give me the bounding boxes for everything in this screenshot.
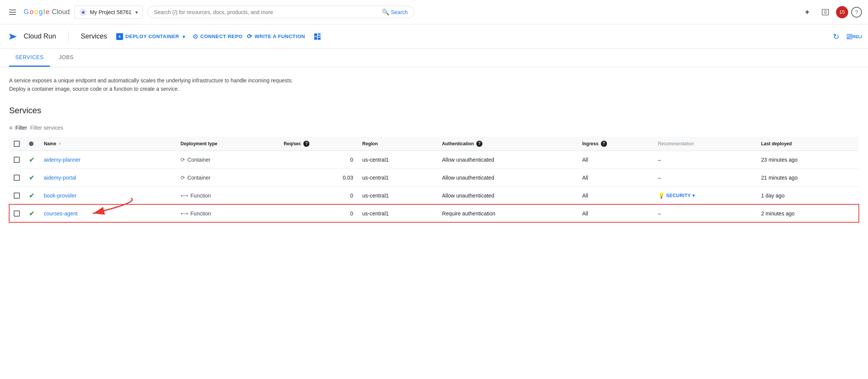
deployment-type: ⟳Container	[181, 175, 275, 181]
secondary-navigation: Cloud Run Services + DEPLOY CONTAINER ▾ …	[0, 24, 868, 49]
deployment-type-label: Container	[187, 175, 211, 181]
page-title: Services	[81, 32, 107, 40]
table-body: ✔aidemy-planner⟳Container0us-central1All…	[9, 151, 859, 222]
search-input[interactable]	[154, 9, 379, 15]
connect-repo-button[interactable]: ⊙ CONNECT REPO	[193, 33, 242, 40]
tab-services[interactable]: SERVICES	[9, 49, 50, 67]
ingress-value: All	[578, 204, 653, 222]
status-header-icon	[29, 141, 34, 146]
row-checkbox[interactable]	[14, 157, 20, 163]
last-deployed-value: 2 minutes ago	[756, 204, 859, 222]
req-sec-value: 0	[279, 204, 357, 222]
authentication-value: Allow unauthenticated	[437, 151, 578, 169]
github-icon: ⊙	[193, 33, 198, 40]
svg-rect-6	[318, 37, 321, 40]
project-name: My Project 58761	[90, 9, 131, 15]
write-function-button[interactable]: ⟳ WRITE A FUNCTION	[247, 33, 305, 40]
nav-icons: ✦ 15 ?	[799, 5, 862, 20]
svg-rect-3	[318, 33, 321, 34]
recommendation-dash: –	[658, 175, 661, 181]
services-table: Name ↑ Deployment type Req/sec ? Region	[9, 137, 859, 223]
search-icon: 🔍	[382, 8, 389, 16]
services-table-container: Name ↑ Deployment type Req/sec ? Region	[9, 137, 859, 223]
svg-rect-7	[847, 34, 849, 37]
page-tabs: SERVICES JOBS	[0, 49, 868, 67]
security-badge[interactable]: 💡SECURITY▾	[658, 193, 695, 199]
service-name-link[interactable]: aidemy-planner	[44, 157, 81, 163]
cloud-text: Cloud	[52, 8, 70, 16]
help-icon-button[interactable]: ?	[851, 7, 862, 18]
top-navigation: Google Cloud ◉ My Project 58761 ▾ 🔍 Sear…	[0, 0, 868, 24]
ingress-value: All	[578, 169, 653, 186]
avatar-label: 15	[839, 9, 845, 15]
svg-marker-1	[9, 34, 17, 40]
table-row: ✔courses-agent⟷Function0us-central1Requi…	[9, 204, 859, 222]
table-row: ✔aidemy-planner⟳Container0us-central1All…	[9, 151, 859, 169]
filter-icon: ≡	[9, 125, 12, 131]
status-icon: ✔	[29, 192, 35, 199]
search-button[interactable]: 🔍 Search	[382, 8, 408, 16]
deploy-container-button[interactable]: + DEPLOY CONTAINER	[116, 33, 179, 40]
terminal-icon-button[interactable]	[818, 5, 833, 20]
security-dropdown-icon[interactable]: ▾	[692, 193, 695, 198]
req-sec-help-icon[interactable]: ?	[303, 141, 309, 147]
search-button-label: Search	[391, 9, 408, 15]
service-description: A service exposes a unique endpoint and …	[9, 76, 859, 93]
th-region: Region	[358, 137, 437, 151]
th-checkbox	[9, 137, 24, 151]
svg-rect-0	[822, 9, 829, 15]
tab-jobs[interactable]: JOBS	[53, 49, 80, 67]
ingress-value: All	[578, 151, 653, 169]
th-ingress-label: Ingress	[582, 141, 599, 146]
write-function-label: WRITE A FUNCTION	[255, 34, 305, 39]
th-req-sec-label: Req/sec	[283, 141, 301, 146]
reli-icon-button[interactable]: RELI	[847, 29, 862, 44]
status-icon: ✔	[29, 156, 35, 164]
service-name-link[interactable]: aidemy-portal	[44, 175, 76, 181]
req-sec-value: 0.03	[279, 169, 357, 186]
deploy-container-icon: +	[116, 33, 123, 40]
project-selector[interactable]: ◉ My Project 58761 ▾	[74, 6, 143, 19]
select-all-checkbox[interactable]	[14, 141, 20, 147]
status-icon: ✔	[29, 210, 35, 217]
deployment-type: ⟳Container	[181, 157, 275, 163]
service-name-link[interactable]: courses-agent	[44, 210, 78, 217]
table-header: Name ↑ Deployment type Req/sec ? Region	[9, 137, 859, 151]
layout-icon-button[interactable]	[310, 29, 325, 44]
authentication-value: Allow unauthenticated	[437, 186, 578, 204]
service-name-link[interactable]: book-provider	[44, 193, 77, 199]
product-name: Cloud Run	[24, 32, 56, 40]
refresh-icon-button[interactable]: ↻	[828, 29, 844, 44]
deploy-type-icon: ⟷	[181, 193, 188, 199]
search-bar[interactable]: 🔍 Search	[147, 6, 414, 18]
table-row: ✔book-provider⟷Function0us-central1Allow…	[9, 186, 859, 204]
row-checkbox[interactable]	[14, 193, 20, 199]
deploy-dropdown-icon[interactable]: ▾	[179, 32, 188, 41]
user-avatar[interactable]: 15	[836, 6, 848, 18]
svg-rect-2	[314, 33, 317, 36]
google-cloud-logo[interactable]: Google Cloud	[24, 8, 70, 16]
ingress-help-icon[interactable]: ?	[601, 141, 607, 147]
req-sec-value: 0	[279, 186, 357, 204]
req-sec-value: 0	[279, 151, 357, 169]
gemini-icon-button[interactable]: ✦	[799, 5, 815, 20]
nav-divider	[68, 31, 69, 43]
hamburger-menu[interactable]	[6, 6, 19, 18]
row-checkbox[interactable]	[14, 210, 20, 217]
services-section-title: Services	[9, 106, 859, 116]
deployment-type: ⟷Function	[181, 210, 275, 217]
deploy-type-icon: ⟳	[181, 157, 185, 163]
th-auth-label: Authentication	[442, 141, 474, 146]
connect-repo-label: CONNECT REPO	[200, 34, 243, 39]
region-value: us-central1	[358, 151, 437, 169]
row-checkbox[interactable]	[14, 175, 20, 181]
th-name[interactable]: Name ↑	[39, 137, 176, 151]
svg-rect-8	[850, 34, 852, 35]
main-content: A service exposes a unique endpoint and …	[0, 67, 868, 232]
th-recommendation: Recommendation	[653, 137, 757, 151]
auth-help-icon[interactable]: ?	[476, 141, 482, 147]
secondary-nav-right-icons: ↻ RELI	[828, 29, 862, 44]
authentication-value: Allow unauthenticated	[437, 169, 578, 186]
filter-input[interactable]	[30, 125, 859, 131]
filter-label: Filter	[15, 125, 27, 131]
